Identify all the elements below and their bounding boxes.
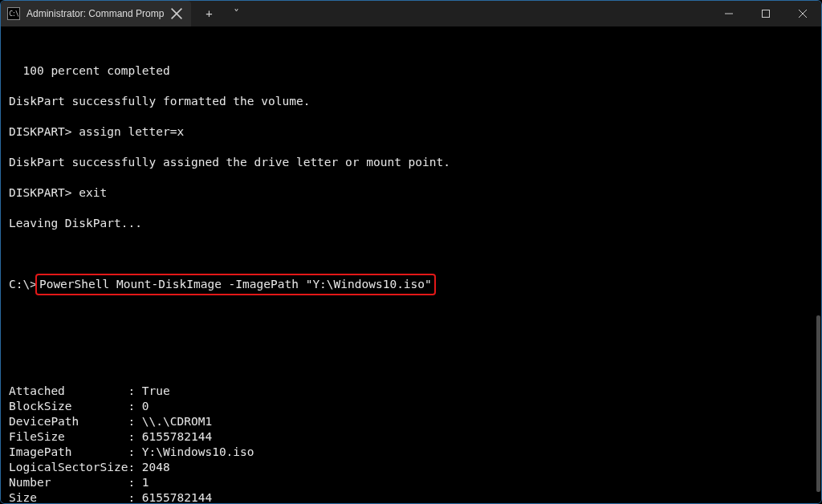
output-line: [9, 323, 813, 338]
property-row: Number : 1: [9, 475, 813, 490]
output-line: Leaving DiskPart...: [9, 216, 813, 231]
highlighted-command: PowerShell Mount-DiskImage -ImagePath "Y…: [39, 278, 432, 291]
output-line: [9, 109, 813, 124]
output-line: DISKPART> exit: [9, 185, 813, 201]
maximize-button[interactable]: [747, 1, 784, 26]
property-row: BlockSize : 0: [9, 399, 813, 414]
tab-dropdown-button[interactable]: ˅: [225, 2, 247, 25]
output-line: DiskPart successfully formatted the volu…: [9, 94, 813, 109]
property-row: Size : 6155782144: [9, 490, 813, 504]
output-line: [9, 338, 813, 353]
terminal-viewport[interactable]: 100 percent completed DiskPart successfu…: [1, 26, 821, 503]
output-line: DiskPart successfully assigned the drive…: [9, 155, 813, 170]
minimize-button[interactable]: [710, 1, 747, 26]
output-line: DISKPART> assign letter=x: [9, 124, 813, 140]
scrollbar-thumb[interactable]: [816, 315, 820, 492]
property-row: LogicalSectorSize: 2048: [9, 460, 813, 475]
output-line: 100 percent completed: [9, 63, 813, 79]
new-tab-button[interactable]: +: [197, 2, 220, 25]
highlighted-command-line: C:\>PowerShell Mount-DiskImage -ImagePat…: [9, 277, 813, 292]
window-controls: [710, 1, 821, 26]
output-line: [9, 201, 813, 216]
property-row: DevicePath : \\.\CDROM1: [9, 414, 813, 429]
output-line: [9, 79, 813, 94]
close-tab-icon[interactable]: [170, 7, 183, 20]
titlebar: C:\ Administrator: Command Promp + ˅: [1, 1, 821, 26]
property-row: Attached : True: [9, 384, 813, 399]
tab-actions: + ˅: [191, 1, 247, 26]
tab-cmd-admin[interactable]: C:\ Administrator: Command Promp: [1, 1, 191, 26]
tab-title: Administrator: Command Promp: [26, 8, 164, 19]
close-window-button[interactable]: [784, 1, 821, 26]
highlight-box: PowerShell Mount-DiskImage -ImagePath "Y…: [35, 274, 436, 295]
output-line: [9, 170, 813, 185]
output-line: [9, 231, 813, 246]
svg-rect-3: [763, 10, 770, 18]
prompt: C:\>: [9, 278, 37, 291]
cmd-icon: C:\: [7, 7, 20, 20]
output-line: [9, 140, 813, 155]
property-row: FileSize : 6155782144: [9, 429, 813, 445]
property-row: ImagePath : Y:\Windows10.iso: [9, 445, 813, 460]
